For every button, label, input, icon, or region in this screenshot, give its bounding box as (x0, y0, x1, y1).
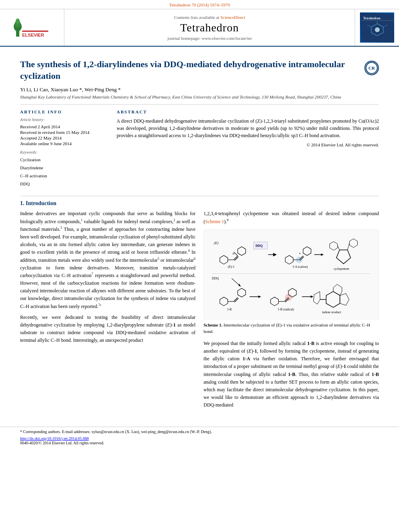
abstract-column: ABSTRACT A direct DDQ-mediated dehydroge… (117, 109, 379, 188)
available-date: Available online 9 June 2014 (20, 141, 109, 146)
cover-image: Tetrahedron (361, 14, 393, 42)
svg-line-41 (337, 246, 339, 250)
corresponding-authors-note: * Corresponding authors. E-mail addresse… (20, 429, 379, 434)
footnotes-area: * Corresponding authors. E-mail addresse… (0, 427, 399, 434)
article-body: 1. Introduction Indene derivatives are i… (0, 200, 399, 420)
svg-marker-71 (340, 294, 349, 306)
svg-marker-49 (220, 297, 228, 306)
journal-ref-text: Tetrahedron 70 (2014) 5974–5979 (169, 2, 230, 7)
history-label: Article history: (20, 117, 109, 122)
svg-text:DDQ: DDQ (212, 277, 219, 280)
svg-text:1-B (radical): 1-B (radical) (278, 308, 294, 311)
right-paragraph-1: 1,2,3,4-tetraphenyl cyclopentene was obt… (204, 210, 379, 225)
elsevier-tree-icon: ELSEVIER (12, 16, 52, 39)
keyword-ddq: DDQ (20, 180, 109, 188)
svg-line-47 (232, 278, 240, 286)
scheme-caption: Scheme 1. Intermolecular cyclization of … (204, 322, 379, 335)
svg-marker-39 (336, 250, 350, 263)
authors-line: Yi Li, Li Cao, Xiaoyan Luo *, Wei-Ping D… (20, 86, 379, 93)
svg-marker-57 (271, 297, 279, 306)
svg-text:1-A (cation): 1-A (cation) (292, 265, 308, 269)
keyword-diarylindene: Diarylindene (20, 164, 109, 172)
svg-text:•: • (299, 251, 300, 256)
scheme-caption-bold: Scheme 1. (204, 322, 222, 327)
svg-point-3 (16, 18, 20, 24)
accepted-date: Accepted 22 May 2014 (20, 136, 109, 140)
svg-text:•: • (288, 289, 289, 293)
svg-text:DDQ: DDQ (255, 244, 263, 247)
svg-point-34 (296, 257, 302, 263)
svg-text:(E)-1: (E)-1 (228, 265, 234, 269)
keyword-cyclization: Cyclization (20, 156, 109, 164)
doi-line[interactable]: http://dx.doi.org/10.1016/j.tet.2014.05.… (0, 436, 399, 441)
keywords-label: Keywords: (20, 150, 109, 154)
svg-marker-56 (258, 296, 261, 298)
body-left-column: Indene derivatives are important cyclic … (20, 210, 195, 412)
affiliation-text: Shanghai Key Laboratory of Functional Ma… (20, 94, 379, 99)
scheme-1-svg: (E) (E)-1 (208, 234, 374, 313)
scheme-caption-text: Intermolecular cyclization of (E)-1 via … (204, 322, 370, 334)
svg-marker-38 (321, 253, 324, 256)
section-divider (20, 104, 379, 105)
abstract-text: A direct DDQ-mediated dehydrogenative in… (117, 117, 379, 139)
svg-point-11 (375, 27, 380, 32)
sciencedirect-anchor[interactable]: ScienceDirect (220, 15, 245, 20)
svg-marker-33 (303, 246, 311, 255)
journal-title: Tetrahedron (180, 21, 239, 34)
journal-homepage: journal homepage: www.elsevier.com/locat… (167, 36, 251, 41)
introduction-title: 1. Introduction (20, 200, 379, 207)
svg-marker-22 (238, 246, 246, 255)
journal-title-area: Contents lists available at ScienceDirec… (64, 9, 355, 46)
article-info-column: ARTICLE INFO Article history: Received 2… (20, 109, 109, 188)
svg-text:Tetrahedron: Tetrahedron (363, 16, 380, 20)
svg-marker-40 (330, 241, 338, 250)
svg-text:(E): (E) (214, 240, 218, 244)
body-right-column: 1,2,3,4-tetraphenyl cyclopentene was obt… (204, 210, 379, 412)
svg-text:CR: CR (368, 66, 375, 70)
svg-marker-48 (239, 283, 241, 287)
scheme1-link[interactable]: Scheme 1 (205, 219, 224, 224)
revised-date: Received in revised form 15 May 2014 (20, 130, 109, 135)
svg-marker-69 (313, 292, 320, 304)
crossmark-badge-area[interactable]: CR (364, 61, 379, 75)
journal-cover-area: Tetrahedron (355, 9, 399, 46)
elsevier-logo: ELSEVIER (12, 16, 52, 39)
svg-marker-42 (350, 239, 358, 248)
svg-text:ELSEVIER: ELSEVIER (22, 33, 44, 37)
svg-text:1-B: 1-B (227, 308, 232, 311)
svg-text:indene product: indene product (322, 310, 341, 313)
body-columns: Indene derivatives are important cyclic … (20, 210, 379, 412)
scheme-1-area: (E) (E)-1 (204, 230, 379, 335)
publisher-logo-area: ELSEVIER (0, 9, 64, 46)
crossmark-icon[interactable]: CR (364, 61, 379, 75)
article-header-section: CR The synthesis of 1,2-diarylindenes vi… (0, 47, 399, 196)
keyword-ch-activation: C–H activation (20, 172, 109, 180)
scheme-1-image: (E) (E)-1 (204, 230, 379, 319)
body-divider (20, 196, 379, 196)
intro-paragraph-1: Indene derivatives are important cyclic … (20, 210, 195, 310)
svg-marker-18 (220, 255, 228, 264)
svg-rect-4 (22, 31, 48, 32)
journal-header: ELSEVIER Contents lists available at Sci… (0, 9, 399, 47)
svg-marker-66 (311, 296, 313, 298)
svg-line-43 (348, 243, 350, 250)
svg-text:H: H (232, 252, 234, 255)
sciencedirect-link[interactable]: Contents lists available at ScienceDirec… (174, 15, 245, 20)
right-paragraph-2: We proposed that the initially formed al… (204, 340, 379, 409)
article-title: CR The synthesis of 1,2-diarylindenes vi… (20, 59, 379, 82)
svg-marker-53 (238, 288, 246, 297)
issn-line: 0040-4020/© 2014 Elsevier Ltd. All right… (0, 441, 399, 445)
svg-text:cyclopentene: cyclopentene (333, 267, 350, 270)
svg-marker-67 (326, 292, 340, 307)
copyright-text: © 2014 Elsevier Ltd. All rights reserved… (117, 142, 379, 147)
intro-paragraph-2: Recently, we were dedicated to testing t… (20, 314, 195, 345)
info-abstract-columns: ARTICLE INFO Article history: Received 2… (20, 109, 379, 188)
journal-cover: Tetrahedron (360, 12, 394, 43)
received-date: Received 2 April 2014 (20, 124, 109, 129)
article-info-header: ARTICLE INFO (20, 109, 109, 114)
svg-point-62 (285, 294, 292, 301)
svg-marker-29 (285, 255, 293, 264)
abstract-header: ABSTRACT (117, 109, 379, 114)
journal-reference: Tetrahedron 70 (2014) 5974–5979 (0, 0, 399, 9)
doi-link[interactable]: http://dx.doi.org/10.1016/j.tet.2014.05.… (20, 436, 89, 441)
